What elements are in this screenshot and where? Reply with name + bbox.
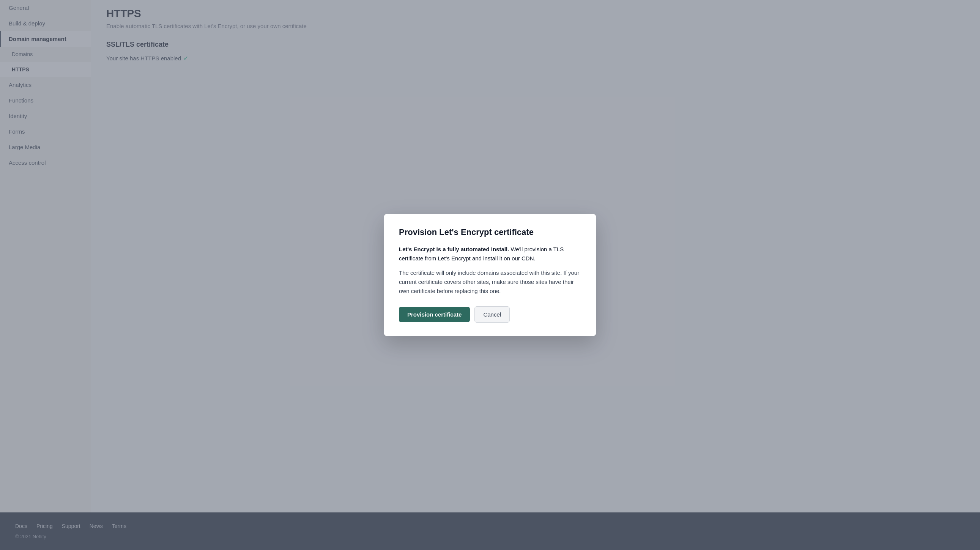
provision-certificate-button[interactable]: Provision certificate — [399, 307, 470, 322]
modal-dialog: Provision Let's Encrypt certificate Let'… — [384, 214, 596, 336]
cancel-button[interactable]: Cancel — [474, 306, 510, 323]
modal-body-regular: The certificate will only include domain… — [399, 269, 581, 296]
modal-body-bold: Let's Encrypt is a fully automated insta… — [399, 245, 581, 263]
modal-body-bold-prefix: Let's Encrypt is a fully automated insta… — [399, 246, 509, 253]
modal-overlay[interactable]: Provision Let's Encrypt certificate Let'… — [0, 0, 980, 550]
modal-title: Provision Let's Encrypt certificate — [399, 227, 581, 237]
modal-actions: Provision certificate Cancel — [399, 306, 581, 323]
